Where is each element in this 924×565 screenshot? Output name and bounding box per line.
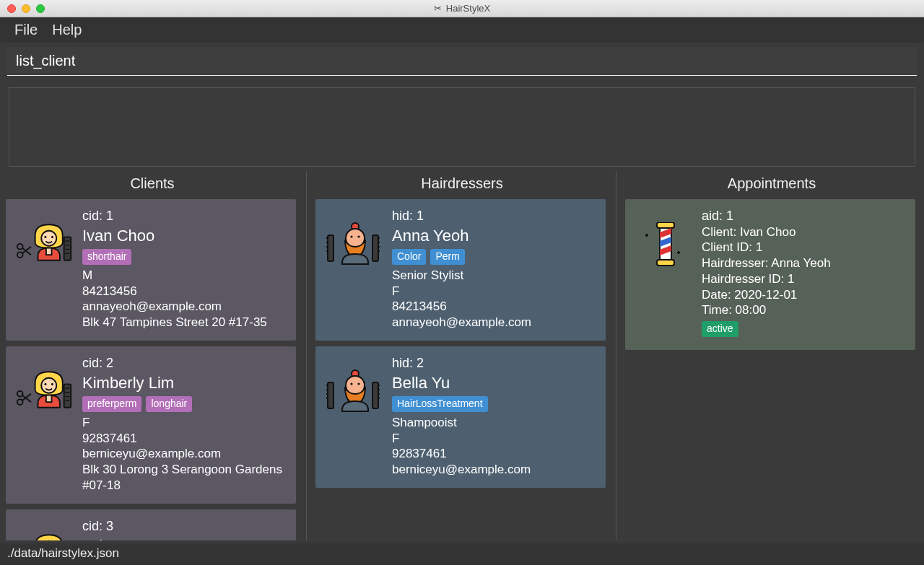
- client-name: Kimberly Lim: [82, 373, 286, 393]
- hairdresser-avatar-icon: [326, 355, 383, 413]
- client-tag: preferperm: [82, 396, 141, 412]
- appointment-time: Time: 08:00: [702, 302, 905, 318]
- client-id: cid: 1: [82, 208, 286, 224]
- hairdresser-tag: Perm: [430, 249, 464, 265]
- appointment-date: Date: 2020-12-01: [702, 287, 905, 303]
- client-email: annayeoh@example.com: [82, 299, 286, 315]
- scissors-icon: ✂: [434, 3, 442, 14]
- barber-pole-icon: [635, 208, 693, 267]
- client-tags: shorthair: [82, 249, 286, 265]
- hairdresser-tag: HairLossTreatment: [392, 396, 488, 412]
- appointment-hairdresser: Hairdresser: Anna Yeoh: [702, 255, 905, 271]
- client-email: berniceyu@example.com: [82, 446, 286, 462]
- hairdresser-tag: Color: [392, 249, 426, 265]
- appointment-id: aid: 1: [702, 208, 905, 224]
- client-avatar-icon: [16, 208, 74, 263]
- hairdresser-card-body: hid: 1Anna YeohColorPermSenior StylistF8…: [392, 208, 596, 330]
- hairdresser-name: Anna Yeoh: [392, 226, 596, 246]
- client-card-body: cid: 3John DoeowesMoneyshortHairM: [82, 518, 286, 540]
- client-name: John Doe: [82, 536, 286, 540]
- hairdresser-tags: HairLossTreatment: [392, 396, 596, 412]
- hairdresser-card[interactable]: hid: 1Anna YeohColorPermSenior StylistF8…: [315, 199, 606, 341]
- hairdresser-name: Bella Yu: [392, 373, 596, 393]
- hairdresser-gender: F: [392, 431, 596, 447]
- client-avatar-icon: [16, 518, 74, 540]
- clients-list[interactable]: cid: 1Ivan ChooshorthairM84213456annayeo…: [6, 199, 299, 540]
- client-card[interactable]: cid: 1Ivan ChooshorthairM84213456annayeo…: [6, 199, 296, 341]
- client-tag: longhair: [146, 396, 192, 412]
- client-phone: 84213456: [82, 284, 286, 299]
- hairdresser-card-body: hid: 2Bella YuHairLossTreatmentShampoois…: [392, 355, 596, 478]
- appointment-status: active: [702, 321, 738, 337]
- statusbar-path: ./data/hairstylex.json: [7, 546, 119, 560]
- hairdresser-title: Senior Stylist: [392, 268, 596, 284]
- menu-file[interactable]: File: [14, 22, 38, 38]
- client-card-body: cid: 1Ivan ChooshorthairM84213456annayeo…: [82, 208, 286, 330]
- appointments-list[interactable]: aid: 1Client: Ivan ChooClient ID: 1Haird…: [625, 199, 918, 540]
- client-address: Blk 30 Lorong 3 Serangoon Gardens #07-18: [82, 462, 286, 494]
- appointment-client-id: Client ID: 1: [702, 240, 905, 255]
- client-tag: shorthair: [82, 249, 131, 265]
- hairdresser-title: Shampooist: [392, 415, 596, 431]
- hairdressers-column: Hairdressers hid: 1Anna YeohColorPermSen…: [306, 171, 609, 540]
- hairdresser-email: annayeoh@example.com: [392, 315, 596, 330]
- hairdresser-card[interactable]: hid: 2Bella YuHairLossTreatmentShampoois…: [315, 346, 606, 488]
- window-title: ✂ HairStyleX: [0, 3, 924, 14]
- appointment-card-body: aid: 1Client: Ivan ChooClient ID: 1Haird…: [702, 208, 905, 340]
- hairdressers-title: Hairdressers: [315, 171, 609, 199]
- client-name: Ivan Choo: [82, 226, 286, 246]
- hairdresser-id: hid: 1: [392, 208, 596, 224]
- hairdresser-id: hid: 2: [392, 355, 596, 372]
- menubar: File Help: [0, 17, 924, 43]
- client-card[interactable]: cid: 2Kimberly LimpreferpermlonghairF928…: [6, 346, 296, 504]
- clients-title: Clients: [6, 171, 299, 199]
- hairdresser-gender: F: [392, 284, 596, 299]
- hairdresser-email: berniceyu@example.com: [392, 462, 596, 478]
- clients-column: Clients cid: 1Ivan ChooshorthairM8421345…: [6, 171, 299, 540]
- client-avatar-icon: [16, 355, 74, 410]
- titlebar: ✂ HairStyleX: [0, 0, 924, 17]
- client-id: cid: 2: [82, 355, 286, 372]
- result-display: [9, 87, 915, 167]
- command-input[interactable]: [7, 47, 917, 76]
- statusbar: ./data/hairstylex.json: [0, 543, 924, 565]
- appointment-card[interactable]: aid: 1Client: Ivan ChooClient ID: 1Haird…: [625, 199, 915, 350]
- hairdresser-phone: 84213456: [392, 299, 596, 315]
- command-row: [0, 43, 924, 76]
- appointment-hairdresser-id: Hairdresser ID: 1: [702, 271, 905, 287]
- hairdresser-tags: ColorPerm: [392, 249, 596, 265]
- client-id: cid: 3: [82, 518, 286, 535]
- hairdresser-avatar-icon: [326, 208, 383, 266]
- client-tags: preferpermlonghair: [82, 396, 286, 412]
- client-phone: 92837461: [82, 431, 286, 447]
- client-card-body: cid: 2Kimberly LimpreferpermlonghairF928…: [82, 355, 286, 494]
- hairdresser-phone: 92837461: [392, 446, 596, 462]
- appointment-client: Client: Ivan Choo: [702, 224, 905, 240]
- appointments-title: Appointments: [625, 171, 918, 199]
- client-gender: M: [82, 268, 286, 284]
- hairdressers-list[interactable]: hid: 1Anna YeohColorPermSenior StylistF8…: [315, 199, 609, 540]
- client-card[interactable]: cid: 3John DoeowesMoneyshortHairM: [6, 509, 296, 540]
- window-title-text: HairStyleX: [446, 3, 490, 14]
- columns-container: Clients cid: 1Ivan ChooshorthairM8421345…: [0, 171, 924, 543]
- appointment-status-tags: active: [702, 321, 905, 337]
- menu-help[interactable]: Help: [52, 22, 82, 38]
- client-gender: F: [82, 415, 286, 431]
- appointments-column: Appointments aid: 1Client: Ivan ChooClie…: [616, 171, 918, 540]
- client-address: Blk 47 Tampines Street 20 #17-35: [82, 315, 286, 330]
